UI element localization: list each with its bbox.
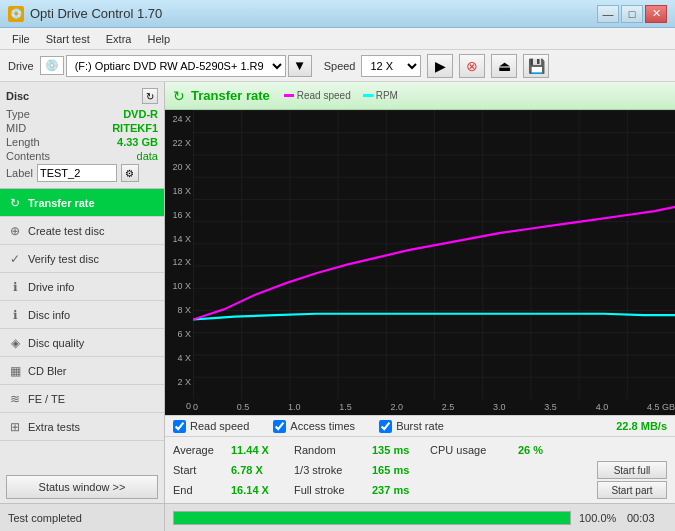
checkbox-read-speed-input[interactable] — [173, 420, 186, 433]
checkbox-read-speed[interactable]: Read speed — [173, 420, 249, 433]
drive-info-icon: ℹ — [8, 280, 22, 294]
nav-cd-bler-label: CD Bler — [28, 365, 67, 377]
y-label-22: 22 X — [165, 138, 193, 148]
disc-label-row: Label ⚙ — [6, 164, 158, 182]
menu-start-test[interactable]: Start test — [38, 31, 98, 47]
menu-help[interactable]: Help — [139, 31, 178, 47]
stats-row-1: Average 11.44 X Random 135 ms CPU usage … — [173, 440, 667, 460]
random-label: Random — [294, 444, 364, 456]
nav-drive-info[interactable]: ℹ Drive info — [0, 273, 164, 301]
drive-refresh-button[interactable]: ▼ — [288, 55, 312, 77]
minimize-button[interactable]: — — [597, 5, 619, 23]
start-full-button[interactable]: Start full — [597, 461, 667, 479]
legend-rpm: RPM — [363, 90, 398, 101]
drive-icon: 💿 — [40, 56, 64, 75]
chart-header-icon: ↻ — [173, 88, 185, 104]
x-label-35: 3.5 — [544, 402, 557, 412]
nav-transfer-rate[interactable]: ↻ Transfer rate — [0, 189, 164, 217]
content-area: ↻ Transfer rate Read speed RPM 24 X 22 X… — [165, 82, 675, 503]
x-label-45: 4.5 GB — [647, 402, 675, 412]
nav-extra-tests[interactable]: ⊞ Extra tests — [0, 413, 164, 441]
menu-file[interactable]: File — [4, 31, 38, 47]
mid-value: RITEKF1 — [112, 122, 158, 134]
y-label-18: 18 X — [165, 186, 193, 196]
checkbox-burst-rate[interactable]: Burst rate — [379, 420, 444, 433]
type-value: DVD-R — [123, 108, 158, 120]
progress-area: 100.0% 00:03 — [165, 511, 675, 525]
titlebar-controls: — □ ✕ — [597, 5, 667, 23]
maximize-button[interactable]: □ — [621, 5, 643, 23]
drive-select[interactable]: (F:) Optiarc DVD RW AD-5290S+ 1.R9 — [66, 55, 286, 77]
progress-bar-fill — [174, 512, 570, 524]
status-text: Test completed — [0, 504, 165, 531]
speed-forward-button[interactable]: ▶ — [427, 54, 453, 78]
x-label-25: 2.5 — [442, 402, 455, 412]
nav-create-test-disc[interactable]: ⊕ Create test disc — [0, 217, 164, 245]
nav-create-label: Create test disc — [28, 225, 104, 237]
svg-rect-0 — [193, 110, 675, 399]
y-label-24: 24 X — [165, 114, 193, 124]
checkbox-access-times[interactable]: Access times — [273, 420, 355, 433]
cpu-value: 26 % — [518, 444, 543, 456]
drivebar: Drive 💿 (F:) Optiarc DVD RW AD-5290S+ 1.… — [0, 50, 675, 82]
checkbox-burst-rate-label: Burst rate — [396, 420, 444, 432]
fe-te-icon: ≋ — [8, 392, 22, 406]
menu-extra[interactable]: Extra — [98, 31, 140, 47]
legend-rpm-label: RPM — [376, 90, 398, 101]
nav-cd-bler[interactable]: ▦ CD Bler — [0, 357, 164, 385]
progress-time: 00:03 — [627, 512, 667, 524]
app-icon: 💿 — [8, 6, 24, 22]
stroke2-label: Full stroke — [294, 484, 364, 496]
y-label-20: 20 X — [165, 162, 193, 172]
cpu-label: CPU usage — [430, 444, 510, 456]
disc-type-row: Type DVD-R — [6, 108, 158, 120]
status-window-button[interactable]: Status window >> — [6, 475, 158, 499]
y-label-12: 12 X — [165, 257, 193, 267]
stroke1-value: 165 ms — [372, 464, 422, 476]
y-label-16: 16 X — [165, 210, 193, 220]
nav-disc-quality-label: Disc quality — [28, 337, 84, 349]
nav-disc-quality[interactable]: ◈ Disc quality — [0, 329, 164, 357]
y-label-0: 0 — [165, 401, 193, 411]
verify-test-disc-icon: ✓ — [8, 252, 22, 266]
nav-drive-info-label: Drive info — [28, 281, 74, 293]
x-label-05: 0.5 — [237, 402, 250, 412]
checkbox-access-times-input[interactable] — [273, 420, 286, 433]
type-key: Type — [6, 108, 30, 120]
chart-svg — [193, 110, 675, 399]
nav-verify-test-disc[interactable]: ✓ Verify test disc — [0, 245, 164, 273]
burst-value: 22.8 MB/s — [616, 420, 667, 432]
checkbox-burst-rate-input[interactable] — [379, 420, 392, 433]
mid-key: MID — [6, 122, 26, 134]
label-input[interactable] — [37, 164, 117, 182]
disc-refresh-button[interactable]: ↻ — [142, 88, 158, 104]
speed-select[interactable]: 12 X — [361, 55, 421, 77]
extra-tests-icon: ⊞ — [8, 420, 22, 434]
legend-read-speed-color — [284, 94, 294, 97]
close-button[interactable]: ✕ — [645, 5, 667, 23]
menubar: File Start test Extra Help — [0, 28, 675, 50]
y-label-2: 2 X — [165, 377, 193, 387]
legend-read-speed: Read speed — [284, 90, 351, 101]
stats-row-2: Start 6.78 X 1/3 stroke 165 ms Start ful… — [173, 460, 667, 480]
progress-percent: 100.0% — [579, 512, 619, 524]
chart-area: 24 X 22 X 20 X 18 X 16 X 14 X 12 X 10 X … — [165, 110, 675, 415]
x-label-10: 1.0 — [288, 402, 301, 412]
checkbox-read-speed-label: Read speed — [190, 420, 249, 432]
drive-label: Drive — [8, 60, 34, 72]
checkbox-row: Read speed Access times Burst rate 22.8 … — [165, 415, 675, 437]
x-label-20: 2.0 — [391, 402, 404, 412]
nav-fe-te[interactable]: ≋ FE / TE — [0, 385, 164, 413]
transfer-rate-icon: ↻ — [8, 196, 22, 210]
checkbox-access-times-label: Access times — [290, 420, 355, 432]
nav-disc-info[interactable]: ℹ Disc info — [0, 301, 164, 329]
label-edit-button[interactable]: ⚙ — [121, 164, 139, 182]
save-button[interactable]: 💾 — [523, 54, 549, 78]
eject-button[interactable]: ⏏ — [491, 54, 517, 78]
chart-legend: Read speed RPM — [284, 90, 398, 101]
length-value: 4.33 GB — [117, 136, 158, 148]
start-part-button[interactable]: Start part — [597, 481, 667, 499]
x-label-0: 0 — [193, 402, 198, 412]
erase-button[interactable]: ⊗ — [459, 54, 485, 78]
start-value: 6.78 X — [231, 464, 286, 476]
